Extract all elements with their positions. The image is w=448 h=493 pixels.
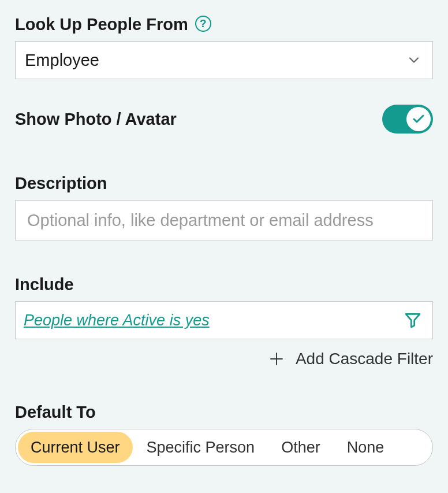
add-cascade-filter-button[interactable]: Add Cascade Filter xyxy=(15,350,433,368)
cascade-label: Add Cascade Filter xyxy=(296,350,433,368)
description-input[interactable] xyxy=(15,200,433,240)
check-icon xyxy=(412,112,425,126)
avatar-toggle[interactable] xyxy=(382,105,433,134)
segment-none[interactable]: None xyxy=(334,432,397,463)
include-filter-box[interactable]: People where Active is yes xyxy=(15,301,433,339)
include-label: Include xyxy=(15,275,74,294)
lookup-dropdown[interactable]: Employee xyxy=(15,41,433,79)
segment-other[interactable]: Other xyxy=(268,432,333,463)
chevron-down-icon xyxy=(406,52,422,68)
lookup-label: Look Up People From xyxy=(15,15,188,34)
default-to-label: Default To xyxy=(15,403,96,422)
funnel-icon[interactable] xyxy=(404,311,422,329)
toggle-knob xyxy=(406,107,431,131)
svg-marker-0 xyxy=(406,314,420,327)
help-icon[interactable]: ? xyxy=(195,16,211,32)
avatar-label: Show Photo / Avatar xyxy=(15,110,177,129)
segment-specific-person[interactable]: Specific Person xyxy=(134,432,268,463)
description-label: Description xyxy=(15,174,107,193)
default-to-segment: Current User Specific Person Other None xyxy=(15,429,433,466)
lookup-value: Employee xyxy=(25,51,99,70)
segment-current-user[interactable]: Current User xyxy=(18,432,133,463)
plus-icon xyxy=(268,350,285,368)
include-filter-link[interactable]: People where Active is yes xyxy=(24,312,210,329)
